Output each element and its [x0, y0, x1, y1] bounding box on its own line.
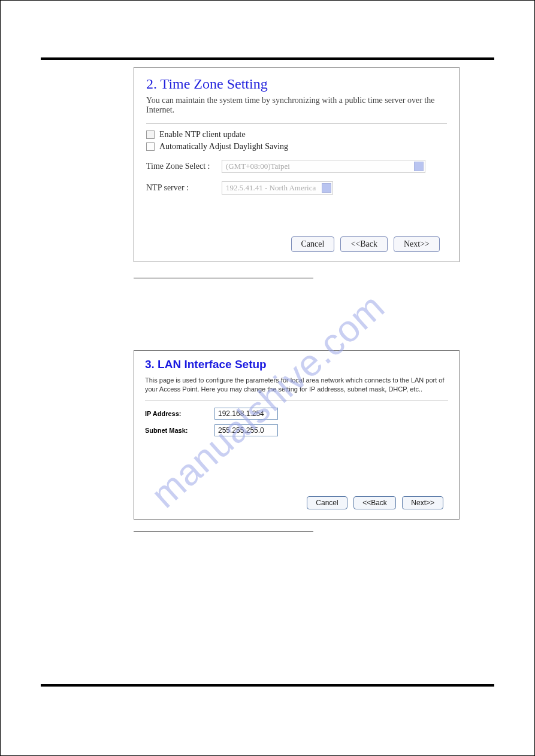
document-page: manualshive.com 2. Time Zone Setting You…	[0, 0, 535, 756]
back-button[interactable]: <<Back	[353, 496, 396, 509]
figure-caption-line-1	[134, 278, 313, 278]
checkbox-icon[interactable]	[146, 142, 155, 151]
next-button[interactable]: Next>>	[394, 236, 440, 252]
next-button[interactable]: Next>>	[402, 496, 443, 509]
figure-caption-line-2	[134, 532, 313, 532]
cancel-button[interactable]: Cancel	[307, 496, 347, 509]
subnet-mask-input[interactable]	[214, 424, 278, 436]
panel2-divider	[145, 400, 448, 400]
panel1-button-row: Cancel <<Back Next>>	[146, 236, 447, 252]
checkbox-icon[interactable]	[146, 130, 155, 139]
cancel-button[interactable]: Cancel	[291, 236, 335, 252]
top-horizontal-rule	[41, 57, 494, 60]
subnet-mask-row: Subnet Mask:	[145, 424, 448, 436]
timezone-select[interactable]: (GMT+08:00)Taipei	[222, 160, 425, 173]
ntp-server-label: NTP server :	[146, 183, 222, 193]
dropdown-icon[interactable]	[322, 183, 331, 193]
daylight-saving-row[interactable]: Automatically Adjust Daylight Saving	[146, 142, 447, 151]
panel1-divider	[146, 123, 447, 124]
timezone-select-row: Time Zone Select : (GMT+08:00)Taipei	[146, 160, 447, 173]
ntp-server-select[interactable]: 192.5.41.41 - North America	[222, 181, 333, 195]
back-button[interactable]: <<Back	[340, 236, 388, 252]
ntp-server-value: 192.5.41.41 - North America	[226, 183, 316, 193]
ip-address-row: IP Address:	[145, 408, 448, 420]
timezone-label: Time Zone Select :	[146, 162, 222, 171]
panel1-title: 2. Time Zone Setting	[146, 76, 447, 92]
ip-address-input[interactable]	[214, 408, 278, 420]
panel2-description: This page is used to configure the param…	[145, 376, 448, 394]
dropdown-icon[interactable]	[414, 162, 424, 171]
panel2-title: 3. LAN Interface Setup	[145, 358, 448, 371]
panel1-description: You can maintain the system time by sync…	[146, 96, 447, 115]
bottom-horizontal-rule	[41, 684, 494, 687]
subnet-mask-label: Subnet Mask:	[145, 427, 214, 434]
timezone-value: (GMT+08:00)Taipei	[226, 162, 290, 171]
ntp-server-row: NTP server : 192.5.41.41 - North America	[146, 181, 447, 195]
lan-interface-setup-panel: 3. LAN Interface Setup This page is used…	[134, 350, 460, 520]
ip-address-label: IP Address:	[145, 410, 214, 417]
panel2-button-row: Cancel <<Back Next>>	[145, 496, 448, 509]
daylight-saving-label: Automatically Adjust Daylight Saving	[159, 142, 288, 151]
ntp-enable-row[interactable]: Enable NTP client update	[146, 130, 447, 139]
ntp-enable-label: Enable NTP client update	[159, 130, 246, 139]
time-zone-setting-panel: 2. Time Zone Setting You can maintain th…	[134, 67, 460, 262]
